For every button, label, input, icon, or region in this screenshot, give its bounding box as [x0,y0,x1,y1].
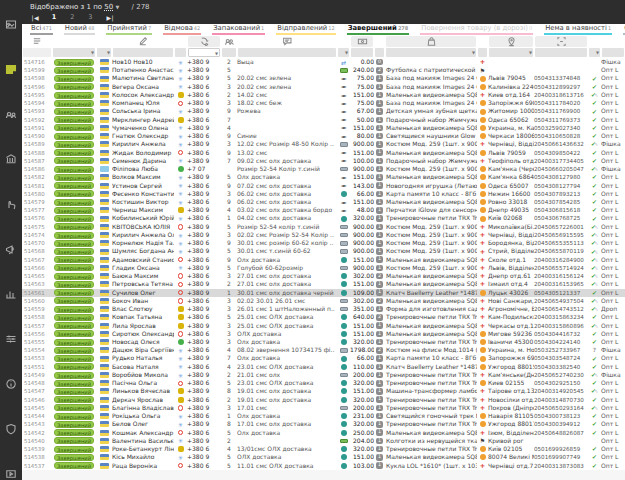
tab-1[interactable]: Всі471 [30,24,53,35]
column-header-name[interactable] [112,36,174,47]
order-row-514588[interactable]: 514588ЗавершенийЖидак Володимир+380 6913… [22,149,625,157]
order-row-514540[interactable]: 514540ЗавершенийВалентина Васильє..✳+380… [22,437,625,445]
order-row-514558[interactable]: 514558ЗавершенийКовпак Татьяна+380 6525.… [22,313,625,321]
sidebar-item-info-icon[interactable] [3,377,19,391]
order-row-514551[interactable]: 514551ЗавершенийБасова Наталя✳+380 6423.… [22,363,625,371]
tab-9[interactable]: Нема в наявності1 [544,24,612,35]
page-button-3[interactable]: 3 [88,12,92,23]
order-row-514559[interactable]: 514559ЗавершенийВлас Слотюу+380 9326.01 … [22,305,625,313]
filter-product[interactable]: ▼ [386,48,476,57]
order-row-514591[interactable]: 514591ЗавершенийЧумаченко Олена✳+380 94◄… [22,124,625,132]
sidebar-item-shield-icon[interactable] [3,422,19,436]
column-header-id[interactable] [22,36,52,47]
order-row-514596[interactable]: 514596ЗавершенийВегера Оксана✳+380 6320.… [22,83,625,91]
last-page-icon[interactable]: ▶❘ [106,12,114,23]
sidebar-item-bank-icon[interactable] [3,152,19,166]
order-row-514539[interactable]: 514539ЗавершенийРоке-Бетанкурт Лін..+380… [22,445,625,453]
filter-pay[interactable]: ▼ [338,48,349,57]
column-header-price[interactable] [351,36,373,47]
tab-2[interactable]: Новий48 [64,24,96,35]
order-row-514576[interactable]: 514576ЗавершенийКобилинський Юрій✳+380 6… [22,214,625,222]
order-row-514595[interactable]: 514595ЗавершенийКолосок Александр+380 62… [22,91,625,99]
column-header-note[interactable] [237,36,337,47]
order-row-514590[interactable]: 514590ЗавершенийГнатюк Олексндр✳+380 69С… [22,132,625,140]
column-header-city[interactable] [489,36,533,47]
filter-status[interactable]: ▼ [53,48,95,57]
filter-check[interactable]: ▼ [589,48,600,57]
order-row-514557[interactable]: 514557ЗавершенийЛила Ярослав+380 9325.01… [22,322,625,330]
order-row-514589[interactable]: 514589ЗавершенийКирилич Анжела✳+380 9312… [22,140,625,148]
order-row-514554[interactable]: 514554ЗавершенийДацюк Віра Сергіївна✳+38… [22,346,625,354]
order-row-514594[interactable]: 514594ЗавершенийКомпанец Юля+380 9318.02… [22,99,625,107]
order-row-514568[interactable]: 514568ЗавершенийШумляс Богдана Ан..✳+380… [22,247,625,255]
filter-name[interactable] [113,48,173,57]
filter-flag[interactable]: ▼ [97,48,111,57]
order-row-514561[interactable]: 514561ЗавершенийСучилов Олег+380 9130.01… [22,289,625,297]
order-row-514537[interactable]: 514537ЗавершенийРаца Вероніка+380 6511.0… [22,461,625,469]
sidebar-item-orders-list-icon[interactable] [3,62,19,76]
per-page-caret-icon[interactable]: ▼ [116,4,120,10]
tab-5[interactable]: Запакований1 [212,24,265,35]
filter-qty[interactable] [222,48,236,57]
order-row-514560[interactable]: 514560ЗавершенийБокоч Иван+380 6302.02 3… [22,297,625,305]
order-row-514570[interactable]: 514570ЗавершенийКорнелюк Надія Та..✳+380… [22,239,625,247]
first-page-icon[interactable]: ❘◀ [30,12,38,23]
sidebar-item-clients-icon[interactable] [3,107,19,121]
order-row-514563[interactable]: 514563ЗавершенийПетровська Тетяна+380 92… [22,280,625,288]
tab-8[interactable]: Повернення товару (в дорозі)0 [420,24,533,35]
tab-3[interactable]: Прийнятий7 [106,24,152,35]
order-row-514582[interactable]: 514582ЗавершенийВолков Максим✳+380 95Олх… [22,173,625,181]
order-row-514553[interactable]: 514553ЗавершенийРудько Наталья✳+380 97Ол… [22,354,625,362]
order-row-514592[interactable]: 514592ЗавершенийМерклингер Андрей+380 67… [22,116,625,124]
order-row-514593[interactable]: 514593ЗавершенийСольська Ірина✳+380 99Ро… [22,107,625,115]
sidebar-item-megaphone-icon[interactable] [3,242,19,256]
filter-ttn[interactable] [535,48,587,57]
filter-id[interactable] [23,48,51,57]
filter-price[interactable] [351,48,373,57]
order-row-514549[interactable]: 514549ЗавершенийВоробйов Микола✳+380 922… [22,371,625,379]
filter-city[interactable]: ▼ [489,48,533,57]
filter-di[interactable] [478,48,487,57]
sidebar-item-video-icon[interactable] [3,467,19,480]
column-header-phone[interactable] [188,36,220,47]
order-row-514556[interactable]: 514556ЗавершенийСиротюк Олександр+380 63… [22,330,625,338]
order-row-514574[interactable]: 514574ЗавершенийКирилич Анжела Ол..✳+380… [22,231,625,239]
page-button-1[interactable]: 1 [52,12,57,23]
order-row-514581[interactable]: 514581ЗавершенийУстинов Сергей✳+380 6907… [22,182,625,190]
filter-tag[interactable] [602,48,624,57]
order-row-514547[interactable]: 514547ЗавершенийЛиньков Вячеслав+380 981… [22,387,625,395]
column-header-qty[interactable] [221,36,237,47]
order-row-514580[interactable]: 514580ЗавершенийФесенко Константин✳+380 … [22,190,625,198]
order-row-514543[interactable]: 514543ЗавершенийБелов Олег✳+380 9817.01 … [22,420,625,428]
order-row-514565[interactable]: 514565ЗавершенийБаюка Максим+380 6327.01… [22,272,625,280]
order-row-514548[interactable]: 514548ЗавершенийПасічна Ольга+380 6523.0… [22,379,625,387]
order-row-514546[interactable]: 514546ЗавершенийДеркач Ярослав+380 6219.… [22,396,625,404]
order-row-514587[interactable]: 514587ЗавершенийСеменюк Дарина✳+380 9709… [22,157,625,165]
order-row-514579[interactable]: 514579ЗавершенийКостишин Виктор✳+380 690… [22,198,625,206]
column-header-ttn[interactable] [535,36,587,47]
filter-items[interactable] [375,48,384,57]
order-row-514586[interactable]: 514586ЗавершенийФіліпова Люба+7 07Розмір… [22,165,625,173]
column-header-product[interactable] [386,36,476,47]
tab-4[interactable]: Відмова42 [163,24,201,35]
sidebar-item-image-icon[interactable] [3,17,19,31]
order-row-514716[interactable]: 514716ЗавершенийНов10 Нов10✳+380 92Выца⇄… [22,58,625,66]
filter-note[interactable] [238,48,336,57]
order-row-514598[interactable]: 514598ЗавершенийМалютина Светлана✳+380 9… [22,74,625,82]
order-row-514555[interactable]: 514555ЗавершенийНовосад Олеся+380 93Олх … [22,338,625,346]
order-row-514545[interactable]: 514545ЗавершенийБлагінна Владіслава+380 … [22,404,625,412]
tab-6[interactable]: Відправлений12 [276,24,335,35]
order-row-514542[interactable]: 514542ЗавершенийКошмак Александр+380 65О… [22,429,625,437]
per-page-select[interactable]: 50 [104,3,113,11]
tab-7[interactable]: Завершений278 [347,24,410,35]
sidebar-item-hand-icon[interactable] [3,197,19,211]
order-row-514599[interactable]: 514599ЗавершенийПотапенко Анастас..✳+380… [22,66,625,74]
filter-ci[interactable] [175,48,186,57]
order-row-514567[interactable]: 514567ЗавершенийАдамовский Станис..+380 … [22,256,625,264]
sidebar-item-chart-icon[interactable] [3,287,19,301]
order-row-514544[interactable]: 514544ЗавершенийРокіцька Ольга✳+380 61Ол… [22,412,625,420]
order-row-514575[interactable]: 514575ЗавершенийКВІТОВСЬКА ЮЛІЯ+380 95Ро… [22,223,625,231]
sidebar-item-sliders-icon[interactable] [3,332,19,346]
order-row-514566[interactable]: 514566ЗавершенийГладик Оксана✳+380 95Гол… [22,264,625,272]
order-row-514577[interactable]: 514577ЗавершенийЧерниш Максим+380 9403.0… [22,206,625,214]
